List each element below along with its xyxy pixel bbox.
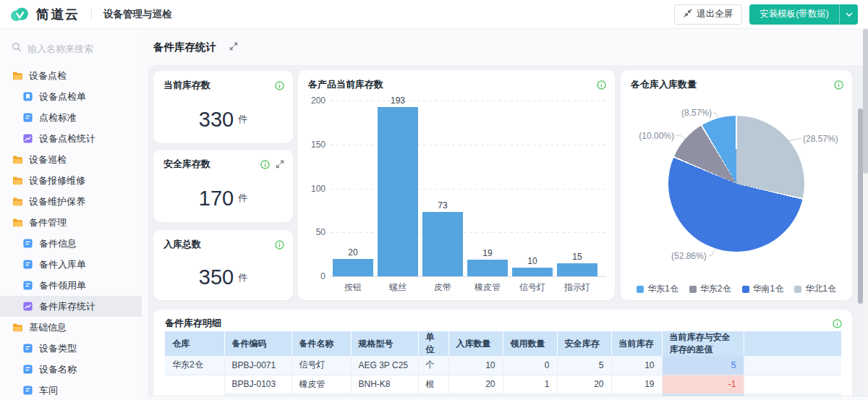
- stat-card-unit: 件: [238, 271, 247, 284]
- bar-chart-plot: 05010015020020按钮193螺丝73皮带19橡皮管10信号灯15指示灯: [298, 70, 615, 300]
- info-icon[interactable]: [275, 240, 284, 250]
- chart-icon: [22, 133, 33, 144]
- sidebar-item-4[interactable]: 设备巡检: [0, 149, 142, 170]
- table-header-cell: 备件名称: [292, 331, 351, 356]
- brand-logo-icon: [10, 7, 29, 22]
- legend-item-1[interactable]: 华东2仓: [689, 283, 731, 295]
- inventory-table-card: 备件库存明细 仓库备件编码备件名称规格型号单位入库数量领用数量安全库存当前库存当…: [153, 310, 852, 400]
- legend-item-3[interactable]: 华北1仓: [794, 283, 836, 295]
- window-scrollbar-thumb[interactable]: [863, 29, 868, 174]
- sidebar-search-input[interactable]: [27, 43, 129, 54]
- legend-item-0[interactable]: 华东1仓: [637, 283, 678, 295]
- table-header-cell: 领用数量: [503, 331, 557, 356]
- sidebar-item-13[interactable]: 设备类型: [0, 338, 142, 359]
- app-title: 设备管理与巡检: [103, 8, 172, 21]
- sidebar-nav: 设备点检设备点检单点检标准设备点检统计设备巡检设备报修维修设备维护保养备件管理备…: [0, 65, 142, 400]
- y-axis-tick-label: 50: [301, 227, 326, 237]
- stat-card-value-wrap: 170 件: [153, 174, 293, 222]
- stat-card-value: 350: [199, 265, 234, 289]
- sidebar-item-6[interactable]: 设备维护保养: [0, 191, 142, 212]
- window-scrollbar-track[interactable]: [863, 29, 868, 400]
- sidebar-item-0[interactable]: 设备点检: [0, 65, 142, 86]
- exit-fullscreen-button[interactable]: 退出全屏: [674, 4, 742, 25]
- x-axis-category-label[interactable]: 指示灯: [555, 281, 600, 294]
- y-axis-tick-label: 150: [301, 140, 326, 150]
- sidebar-item-11[interactable]: 备件库存统计: [0, 296, 142, 317]
- table-cell: 5: [557, 356, 611, 375]
- stat-card-title: 安全库存数: [163, 158, 210, 171]
- gridline: [331, 145, 605, 145]
- x-axis-category-label[interactable]: 螺丝: [375, 281, 420, 294]
- doc-icon: [22, 112, 33, 123]
- table-cell: BPBJ-0103: [224, 375, 292, 393]
- folder-icon: [12, 71, 23, 80]
- pie-slice-percentage-label: (8.57%): [667, 108, 712, 118]
- folder-icon: [12, 218, 23, 227]
- install-template-button[interactable]: 安装模板(带数据): [749, 4, 839, 25]
- x-axis-category-label[interactable]: 皮带: [420, 281, 465, 294]
- stat-card-unit: 件: [238, 113, 247, 126]
- search-icon: [12, 42, 22, 55]
- bar-4[interactable]: [512, 268, 553, 276]
- sidebar-item-8[interactable]: 备件信息: [0, 233, 142, 254]
- x-axis-category-label[interactable]: 信号灯: [510, 281, 555, 294]
- table-title: 备件库存明细: [165, 317, 221, 330]
- sidebar-item-label: 设备点检单: [39, 90, 86, 103]
- bar-3[interactable]: [467, 260, 508, 276]
- bar-5[interactable]: [557, 263, 597, 276]
- info-icon[interactable]: [833, 319, 842, 328]
- bar-0[interactable]: [333, 259, 373, 276]
- sidebar-item-14[interactable]: 设备名称: [0, 359, 142, 380]
- sidebar-item-label: 设备点检统计: [39, 132, 95, 145]
- legend-label: 华北1仓: [805, 283, 836, 295]
- sidebar-item-label: 备件信息: [39, 237, 77, 250]
- sidebar-item-12[interactable]: 基础信息: [0, 317, 142, 338]
- x-axis-category-label[interactable]: 橡皮管: [465, 281, 510, 294]
- table-cell: 根: [418, 375, 448, 393]
- sidebar-item-9[interactable]: 备件入库单: [0, 254, 142, 275]
- pie[interactable]: [668, 116, 804, 252]
- folder-icon: [12, 155, 23, 164]
- sidebar-item-label: 备件领用单: [39, 279, 86, 292]
- sidebar-item-2[interactable]: 点检标准: [0, 107, 142, 128]
- table-header-cell: 单位: [418, 331, 448, 356]
- table-header-row: 仓库备件编码备件名称规格型号单位入库数量领用数量安全库存当前库存当前库存与安全库…: [165, 331, 841, 356]
- info-icon[interactable]: [275, 81, 284, 90]
- legend-item-2[interactable]: 华南1仓: [742, 283, 784, 295]
- table-cell: 10: [611, 356, 662, 375]
- info-icon[interactable]: [260, 160, 270, 169]
- sidebar-item-3[interactable]: 设备点检统计: [0, 128, 142, 149]
- table-cell: 1: [503, 375, 557, 393]
- stat-card-1: 安全库存数 170 件: [153, 150, 293, 222]
- compress-icon: [684, 9, 692, 20]
- sidebar-item-10[interactable]: 备件领用单: [0, 275, 142, 296]
- install-template-dropdown-button[interactable]: [839, 4, 858, 25]
- sidebar-item-label: 设备报修维修: [29, 174, 85, 187]
- pie-legend: 华东1仓华东2仓华南1仓华北1仓: [621, 283, 852, 295]
- sidebar-item-1[interactable]: 设备点检单: [0, 86, 142, 107]
- dashboard-fullscreen-button[interactable]: [229, 42, 238, 53]
- table-cell: -1: [662, 375, 744, 393]
- brand-name: 简道云: [36, 6, 80, 23]
- table-cell: [744, 375, 841, 393]
- expand-icon[interactable]: [276, 160, 284, 169]
- bar-2[interactable]: [422, 212, 463, 276]
- table-row: BPBJ-0103橡皮管BNH-K8根2012019-1: [165, 375, 841, 393]
- sidebar-item-7[interactable]: 备件管理: [0, 212, 142, 233]
- dashboard-horizontal-scrollbar[interactable]: [148, 396, 868, 400]
- table-header-cell: 备件编码: [224, 331, 292, 356]
- sidebar-item-5[interactable]: 设备报修维修: [0, 170, 142, 191]
- table-header-cell: 安全库存: [557, 331, 611, 356]
- table-cell: 20: [557, 375, 611, 393]
- table-cell: [744, 356, 841, 375]
- table-cell: 个: [418, 356, 448, 375]
- exit-fullscreen-label: 退出全屏: [697, 8, 733, 20]
- bar-1[interactable]: [378, 107, 418, 276]
- dashboard-vertical-scrollbar-thumb[interactable]: [858, 108, 863, 304]
- sidebar-item-label: 设备维护保养: [29, 195, 85, 208]
- sidebar-item-label: 基础信息: [29, 321, 67, 334]
- doc-icon: [22, 385, 33, 396]
- expand-icon: [229, 42, 238, 53]
- sidebar-item-15[interactable]: 车间: [0, 380, 142, 400]
- x-axis-category-label[interactable]: 按钮: [331, 281, 375, 294]
